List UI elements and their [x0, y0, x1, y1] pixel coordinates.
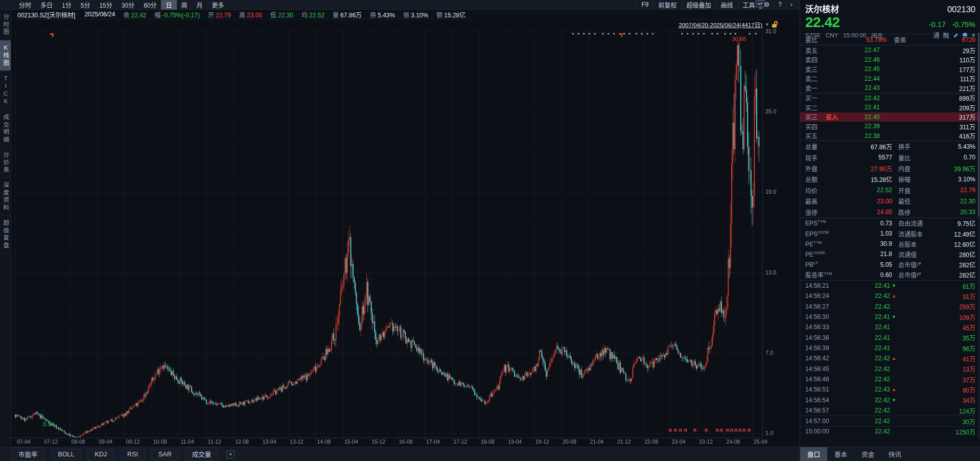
ask-row[interactable]: 卖四22.46110万	[800, 55, 980, 65]
fundamental-row: 股息率TTM0.60总市值²¥282亿	[800, 270, 980, 280]
tick-row: 14:56:5422.42▼34万	[800, 395, 980, 405]
indicator-button-成交量[interactable]: 成交量	[185, 447, 219, 461]
event-star-icon: *	[755, 32, 757, 38]
panel-tab-快讯[interactable]: 快讯	[881, 447, 908, 461]
quote-field-振: 振3.10%	[403, 10, 428, 19]
quote-field-量: 量67.86万	[333, 10, 362, 19]
event-star-icon: *	[623, 32, 625, 38]
date-range-link[interactable]: 2007/04/20-2025/06/24(4417日)	[679, 20, 762, 29]
chevron-right-icon[interactable]: ›	[786, 1, 797, 8]
indicator-button-RSI[interactable]: RSI	[120, 449, 145, 460]
bid-row[interactable]: 买四22.39311万	[800, 122, 980, 131]
sidebar-item-成交明细[interactable]: 成交明细	[0, 110, 11, 148]
field-label: 低	[270, 12, 276, 19]
tab-更多[interactable]: 更多	[207, 0, 229, 10]
tick-price: 22.42	[839, 407, 890, 414]
tab-日[interactable]: 日	[161, 0, 176, 10]
panel-tab-基本[interactable]: 基本	[827, 447, 854, 461]
queue-level-label: 买四	[805, 122, 826, 131]
tick-time: 14:56:36	[805, 334, 839, 341]
y-axis-label: 7.0	[765, 350, 786, 356]
sidebar-item-分价表[interactable]: 分价表	[0, 148, 11, 178]
toolbar-item-超级叠加[interactable]: 超级叠加	[682, 1, 716, 9]
tab-15分[interactable]: 15分	[95, 0, 116, 10]
tab-多日[interactable]: 多日	[36, 0, 57, 10]
tab-分时[interactable]: 分时	[14, 0, 36, 10]
queue-level-label: 买一	[805, 94, 826, 102]
panel-scrollbar-thumb[interactable]	[978, 33, 979, 217]
tab-30分[interactable]: 30分	[117, 0, 139, 10]
add-indicator-button[interactable]: +	[226, 450, 235, 458]
tab-1分[interactable]: 1分	[57, 0, 76, 10]
sidebar-item-K线图[interactable]: K线图	[0, 40, 11, 71]
sidebar-item-分时图[interactable]: 分时图	[0, 10, 11, 40]
ex-rights-marker: R	[684, 428, 688, 433]
tick-row: 14:56:2422.42▲31万	[800, 291, 980, 301]
fundamental-label: PBLF	[805, 261, 836, 268]
tick-volume: 13万	[898, 364, 975, 373]
ask-queue: 卖五22.4729万卖四22.46110万卖三22.45177万卖二22.441…	[800, 45, 980, 93]
tick-time: 14:57:00	[805, 418, 839, 425]
panel-tab-资金[interactable]: 资金	[854, 447, 881, 461]
ask-row[interactable]: 卖二22.44111万	[800, 74, 980, 84]
tick-price: 22.43	[839, 386, 890, 393]
tab-月[interactable]: 月	[192, 0, 207, 10]
ask-row[interactable]: 卖五22.4729万	[800, 45, 980, 55]
x-axis-label: 23-04	[672, 439, 686, 445]
alert-bell-icon[interactable]	[962, 32, 968, 38]
y-axis-label: 31.0	[765, 28, 786, 34]
tick-price: 22.41	[839, 282, 890, 289]
tick-row: 14:56:2722.42259万	[800, 302, 980, 312]
tick-row: 14:57:0022.4230万	[800, 416, 980, 426]
queue-volume: 899万	[880, 94, 975, 102]
x-axis-label: 24-08	[727, 439, 740, 445]
tab-60分[interactable]: 60分	[139, 0, 161, 10]
indicator-button-SAR[interactable]: SAR	[151, 449, 179, 460]
indicator-button-BOLL[interactable]: BOLL	[51, 449, 82, 460]
toolbar-item-画线[interactable]: 画线	[716, 1, 738, 9]
tick-time: 14:56:33	[805, 324, 839, 331]
session-date: 2025/06/24	[84, 11, 115, 18]
unlock-icon[interactable]	[772, 21, 778, 28]
tick-row: 14:56:4222.42▲41万	[800, 353, 980, 363]
event-star-icon: *	[687, 32, 689, 38]
sidebar-item-超级复盘[interactable]: 超级复盘	[0, 216, 11, 253]
help-icon[interactable]: ?	[774, 1, 786, 8]
tick-time: 14:56:57	[805, 407, 839, 414]
fundamental-row: PETTM30.9总股本12.60亿	[800, 239, 980, 249]
wp-window-icon[interactable]: WP	[756, 1, 765, 7]
edit-pencil-icon[interactable]	[952, 32, 959, 38]
toolbar-item-F9[interactable]: F9	[636, 1, 653, 8]
stat-value: 15.28亿	[836, 175, 892, 183]
toolbar-item-前复权[interactable]: 前复权	[653, 1, 681, 9]
bid-row[interactable]: 买一22.42899万	[800, 94, 980, 103]
fundamental-label: 总股本	[898, 240, 939, 248]
queue-volume: 221万	[880, 84, 975, 93]
tick-price: 22.42	[839, 418, 890, 425]
ask-row[interactable]: 卖一22.43221万	[800, 83, 980, 93]
tick-row: 14:56:3622.4135万	[800, 333, 980, 343]
change-value: -0.17	[929, 20, 946, 29]
ask-row[interactable]: 卖三22.45177万	[800, 64, 980, 74]
stat-label: 现手	[805, 153, 836, 162]
tick-volume: 41万	[898, 354, 975, 363]
tab-5分[interactable]: 5分	[76, 0, 95, 10]
sidebar-item-TICK[interactable]: TICK	[0, 71, 11, 110]
indicator-button-KDJ[interactable]: KDJ	[87, 449, 114, 460]
field-value: 22.79	[216, 12, 231, 19]
queue-price: 22.46	[826, 56, 880, 63]
stats-section: 总量67.86万换手5.43%现手5577量比0.70外盘27.90万内盘39.…	[800, 141, 980, 218]
bid-row[interactable]: 买三买入22.40317万	[800, 112, 980, 122]
tab-周[interactable]: 周	[177, 0, 192, 10]
event-star-icon: *	[651, 32, 654, 38]
stat-value: 27.90万	[836, 164, 892, 173]
panel-tab-盘口[interactable]: 盘口	[800, 447, 827, 461]
indicator-button-市盈率[interactable]: 市盈率	[11, 447, 45, 461]
bid-row[interactable]: 买五22.38416万	[800, 131, 980, 141]
chevron-down-icon[interactable]: ▼	[765, 22, 769, 27]
stat-row: 均价22.52开盘22.79	[800, 185, 980, 196]
sidebar-item-深度资料[interactable]: 深度资料	[0, 178, 11, 216]
bid-row[interactable]: 买二22.41209万	[800, 103, 980, 112]
y-axis-label: 25.0	[765, 108, 786, 114]
kline-chart-canvas[interactable]	[11, 19, 800, 447]
